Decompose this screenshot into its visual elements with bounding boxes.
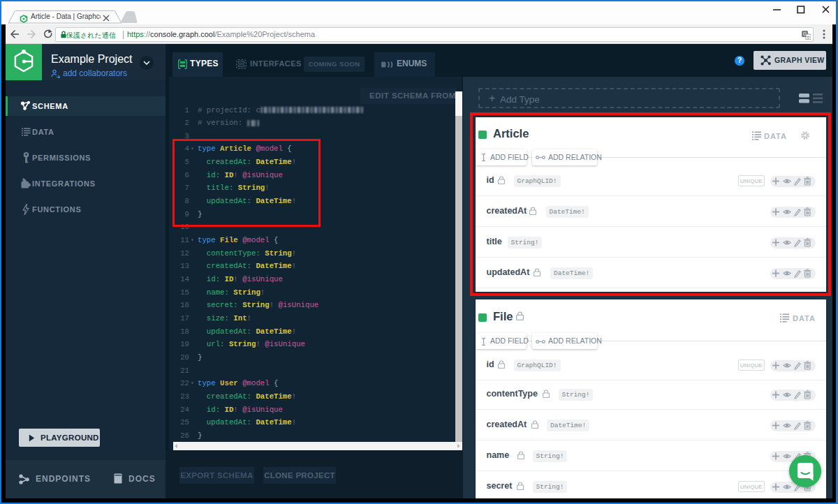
svg-text:文: 文 [807, 34, 811, 39]
